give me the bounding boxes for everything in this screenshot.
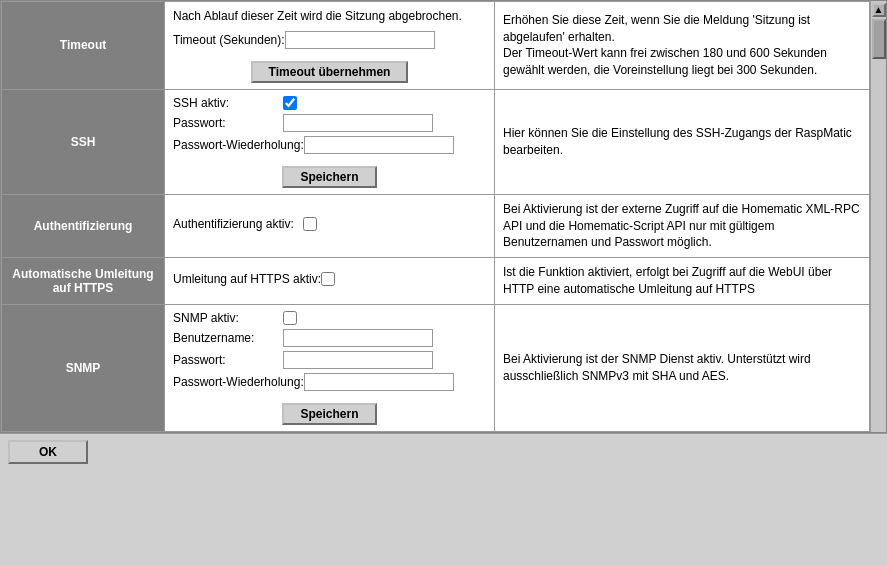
ssh-aktiv-checkbox[interactable] (283, 96, 297, 110)
ssh-label: SSH (2, 89, 165, 194)
https-description: Ist die Funktion aktiviert, erfolgt bei … (495, 258, 870, 305)
snmp-benutzer-label: Benutzername: (173, 331, 283, 345)
ssh-wiederholung-label: Passwort-Wiederholung: (173, 138, 304, 152)
https-aktiv-checkbox[interactable] (321, 272, 335, 286)
scroll-up-button[interactable]: ▲ (872, 3, 886, 17)
timeout-field-label: Timeout (Sekunden): (173, 33, 285, 47)
ssh-passwort-input[interactable] (283, 114, 433, 132)
snmp-benutzer-input[interactable] (283, 329, 433, 347)
scroll-thumb[interactable] (872, 19, 886, 59)
ssh-aktiv-label: SSH aktiv: (173, 96, 283, 110)
ssh-controls: SSH aktiv: Passwort: Passwort-Wiederholu… (165, 89, 495, 194)
auth-label: Authentifizierung (2, 194, 165, 257)
https-aktiv-label: Umleitung auf HTTPS aktiv: (173, 272, 321, 286)
ssh-passwort-label: Passwort: (173, 116, 283, 130)
snmp-passwort-label: Passwort: (173, 353, 283, 367)
timeout-intro-text: Nach Ablauf dieser Zeit wird die Sitzung… (173, 8, 486, 25)
timeout-label: Timeout (2, 2, 165, 90)
https-label: Automatische Umleitung auf HTTPS (2, 258, 165, 305)
snmp-description: Bei Aktivierung ist der SNMP Dienst akti… (495, 304, 870, 431)
ok-button[interactable]: OK (8, 440, 88, 464)
auth-aktiv-checkbox[interactable] (303, 217, 317, 231)
auth-description: Bei Aktivierung ist der externe Zugriff … (495, 194, 870, 257)
timeout-input[interactable] (285, 31, 435, 49)
snmp-controls: SNMP aktiv: Benutzername: Passwort: (165, 304, 495, 431)
auth-aktiv-label: Authentifizierung aktiv: (173, 217, 303, 231)
ssh-wiederholung-input[interactable] (304, 136, 454, 154)
ssh-save-button[interactable]: Speichern (282, 166, 376, 188)
scrollbar[interactable]: ▲ (870, 1, 886, 432)
auth-controls: Authentifizierung aktiv: (165, 194, 495, 257)
snmp-wiederholung-input[interactable] (304, 373, 454, 391)
snmp-wiederholung-label: Passwort-Wiederholung: (173, 375, 304, 389)
https-controls: Umleitung auf HTTPS aktiv: (165, 258, 495, 305)
snmp-passwort-input[interactable] (283, 351, 433, 369)
snmp-save-button[interactable]: Speichern (282, 403, 376, 425)
ssh-description: Hier können Sie die Einstellung des SSH-… (495, 89, 870, 194)
timeout-controls: Nach Ablauf dieser Zeit wird die Sitzung… (165, 2, 495, 90)
snmp-aktiv-label: SNMP aktiv: (173, 311, 283, 325)
snmp-aktiv-checkbox[interactable] (283, 311, 297, 325)
footer-bar: OK (0, 433, 887, 470)
timeout-description: Erhöhen Sie diese Zeit, wenn Sie die Mel… (495, 2, 870, 90)
snmp-label: SNMP (2, 304, 165, 431)
timeout-submit-button[interactable]: Timeout übernehmen (251, 61, 409, 83)
